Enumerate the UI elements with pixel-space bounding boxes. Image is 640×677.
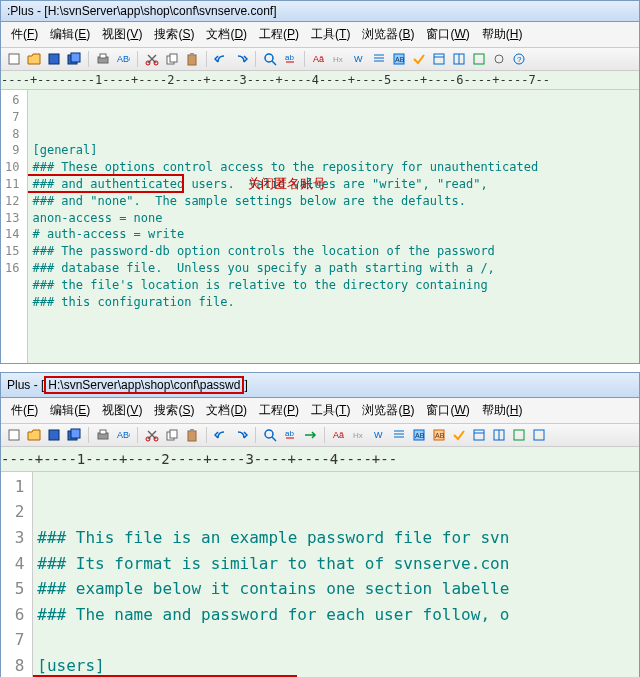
hex-icon[interactable]: Hx <box>330 50 348 68</box>
code-line[interactable]: anon-access = none <box>32 210 635 227</box>
highlight-1-icon[interactable]: AB <box>410 426 428 444</box>
check-icon[interactable] <box>450 426 468 444</box>
menu-b[interactable]: 浏览器(B) <box>356 400 420 421</box>
show-para-icon[interactable] <box>390 426 408 444</box>
spell-icon[interactable]: ABC <box>114 426 132 444</box>
replace-icon[interactable]: ab <box>281 50 299 68</box>
menu-t[interactable]: 工具(T) <box>305 24 356 45</box>
print-icon[interactable] <box>94 426 112 444</box>
menu-h[interactable]: 帮助(H) <box>476 400 529 421</box>
case-toggle-icon[interactable]: Aā <box>330 426 348 444</box>
code-line[interactable]: ### Its format is similar to that of svn… <box>37 551 635 577</box>
open-file-icon[interactable] <box>25 426 43 444</box>
save-all-icon[interactable] <box>65 50 83 68</box>
menu-f[interactable]: 件(F) <box>5 24 44 45</box>
code-line[interactable]: # auth-access = write <box>32 226 635 243</box>
code-line[interactable] <box>32 126 635 143</box>
paste-icon[interactable] <box>183 50 201 68</box>
code-line[interactable]: ### This file is an example password fil… <box>37 525 635 551</box>
code-line[interactable]: ### These options control access to the … <box>32 159 635 176</box>
show-para-icon[interactable] <box>370 50 388 68</box>
redo-icon[interactable] <box>232 50 250 68</box>
menu-s[interactable]: 搜索(S) <box>148 24 200 45</box>
code-content[interactable]: ### This file is an example password fil… <box>33 472 639 677</box>
code-line[interactable]: ### The name and password for each user … <box>37 602 635 628</box>
code-content[interactable]: [general]### These options control acces… <box>28 90 639 363</box>
help-icon[interactable]: ? <box>510 50 528 68</box>
paste-icon[interactable] <box>183 426 201 444</box>
menu-p[interactable]: 工程(P) <box>253 400 305 421</box>
line-number: 5 <box>5 576 24 602</box>
panel-2-icon[interactable] <box>450 50 468 68</box>
menu-t[interactable]: 工具(T) <box>305 400 356 421</box>
toolbar-sep <box>88 427 89 443</box>
line-number: 7 <box>5 109 19 126</box>
redo-icon[interactable] <box>232 426 250 444</box>
svg-text:ABC: ABC <box>117 430 130 440</box>
save-icon[interactable] <box>45 50 63 68</box>
panel-4-icon[interactable] <box>530 426 548 444</box>
spell-icon[interactable]: ABC <box>114 50 132 68</box>
menu-d[interactable]: 文档(D) <box>200 24 253 45</box>
save-icon[interactable] <box>45 426 63 444</box>
menu-w[interactable]: 窗口(W) <box>420 24 475 45</box>
menu-h[interactable]: 帮助(H) <box>476 24 529 45</box>
code-line[interactable]: ### example below it contains one sectio… <box>37 576 635 602</box>
panel-3-icon[interactable] <box>510 426 528 444</box>
print-icon[interactable] <box>94 50 112 68</box>
code-line[interactable]: ### database file. Unless you specify a … <box>32 260 635 277</box>
code-line[interactable] <box>37 627 635 653</box>
menu-s[interactable]: 搜索(S) <box>148 400 200 421</box>
word-wrap-icon[interactable]: W <box>370 426 388 444</box>
cut-icon[interactable] <box>143 50 161 68</box>
highlight-2-icon[interactable]: AB <box>430 426 448 444</box>
menu-b[interactable]: 浏览器(B) <box>356 24 420 45</box>
new-file-icon[interactable] <box>5 426 23 444</box>
panel-3-icon[interactable] <box>470 50 488 68</box>
panel-1-icon[interactable] <box>430 50 448 68</box>
menu-e[interactable]: 编辑(E) <box>44 400 96 421</box>
word-wrap-icon[interactable]: W <box>350 50 368 68</box>
code-area[interactable]: 678910111213141516 [general]### These op… <box>1 90 639 363</box>
goto-icon[interactable] <box>301 426 319 444</box>
open-file-icon[interactable] <box>25 50 43 68</box>
undo-icon[interactable] <box>212 426 230 444</box>
code-line[interactable]: ### and "none". The sample settings belo… <box>32 193 635 210</box>
code-line[interactable]: ### this configuration file. <box>32 294 635 311</box>
settings-icon[interactable] <box>490 50 508 68</box>
find-icon[interactable] <box>261 426 279 444</box>
menu-d[interactable]: 文档(D) <box>200 400 253 421</box>
code-area[interactable]: 1234567891011 ### This file is an exampl… <box>1 472 639 677</box>
replace-icon[interactable]: ab <box>281 426 299 444</box>
menu-v[interactable]: 视图(V) <box>96 24 148 45</box>
code-line[interactable]: ### The password-db option controls the … <box>32 243 635 260</box>
svg-text:AB: AB <box>435 432 445 439</box>
new-file-icon[interactable] <box>5 50 23 68</box>
title-suffix: ] <box>273 4 276 18</box>
svg-line-43 <box>272 437 276 441</box>
line-number-gutter: 1234567891011 <box>1 472 33 677</box>
check-icon[interactable] <box>410 50 428 68</box>
menu-p[interactable]: 工程(P) <box>253 24 305 45</box>
menu-e[interactable]: 编辑(E) <box>44 24 96 45</box>
case-toggle-icon[interactable]: Aā <box>310 50 328 68</box>
code-line[interactable]: ### and authenticated users. Valid value… <box>32 176 635 193</box>
undo-icon[interactable] <box>212 50 230 68</box>
find-icon[interactable] <box>261 50 279 68</box>
menu-w[interactable]: 窗口(W) <box>420 400 475 421</box>
save-all-icon[interactable] <box>65 426 83 444</box>
highlight-icon[interactable]: AB <box>390 50 408 68</box>
hex-icon[interactable]: Hx <box>350 426 368 444</box>
copy-icon[interactable] <box>163 426 181 444</box>
cut-icon[interactable] <box>143 426 161 444</box>
menu-v[interactable]: 视图(V) <box>96 400 148 421</box>
copy-icon[interactable] <box>163 50 181 68</box>
svg-rect-3 <box>71 53 80 62</box>
code-line[interactable]: [users] <box>37 653 635 677</box>
menu-f[interactable]: 件(F) <box>5 400 44 421</box>
svg-text:ABC: ABC <box>117 54 130 64</box>
code-line[interactable]: [general] <box>32 142 635 159</box>
panel-2-icon[interactable] <box>490 426 508 444</box>
panel-1-icon[interactable] <box>470 426 488 444</box>
code-line[interactable]: ### the file's location is relative to t… <box>32 277 635 294</box>
